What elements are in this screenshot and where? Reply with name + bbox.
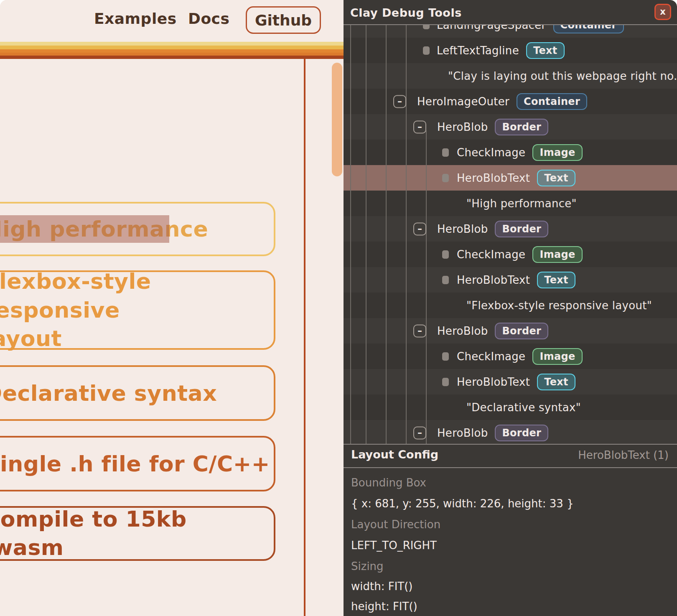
- element-type-badge: Border: [495, 221, 548, 237]
- element-type-badge: Text: [526, 42, 565, 59]
- feature-box-label: Flexbox-style responsive layout: [0, 267, 274, 353]
- config-value: height: FIT(): [351, 600, 417, 613]
- tree-indent-guide: [366, 25, 366, 444]
- close-button[interactable]: x: [654, 4, 671, 20]
- leaf-bullet-icon: [442, 174, 449, 182]
- page-column-divider: [304, 59, 305, 616]
- tree-node-name: HeroBlob: [437, 325, 488, 337]
- config-value: width: FIT(): [351, 580, 412, 593]
- tree-indent-guide: [406, 25, 407, 444]
- close-icon: x: [660, 8, 666, 16]
- tree-row-text-content[interactable]: "Declarative syntax": [344, 395, 677, 420]
- text-content-preview: "Declarative syntax": [466, 401, 581, 414]
- github-button[interactable]: Github: [246, 6, 321, 34]
- tree-node-name: CheckImage: [457, 248, 525, 261]
- leaf-bullet-icon: [423, 46, 430, 55]
- feature-box: Flexbox-style responsive layout: [0, 270, 275, 350]
- element-tree: LandingPageSpacerContainerLeftTextTaglin…: [344, 25, 677, 444]
- collapse-icon[interactable]: –: [413, 222, 426, 235]
- element-type-badge: Text: [537, 272, 575, 288]
- text-content-preview: "High performance": [466, 197, 577, 210]
- element-type-badge: Container: [517, 93, 587, 110]
- tree-node-name: HeroBlobText: [457, 376, 530, 388]
- leaf-bullet-icon: [442, 250, 449, 259]
- feature-box: Declarative syntax: [0, 365, 275, 421]
- feature-box-label: Compile to 15kb .wasm: [0, 505, 274, 562]
- feature-box: High performance: [0, 202, 275, 256]
- tree-row-HeroImageOuter[interactable]: –HeroImageOuterContainer: [344, 89, 677, 114]
- debug-panel-header: Clay Debug Tools x: [344, 0, 677, 25]
- footer-separator-bottom: [344, 467, 677, 468]
- text-content-preview: "Clay is laying out this webpage right n…: [448, 70, 677, 82]
- footer-separator-top: [344, 444, 677, 445]
- collapse-icon[interactable]: –: [413, 324, 426, 337]
- top-navigation: Examples Docs Github: [0, 0, 344, 41]
- nav-link-docs[interactable]: Docs: [188, 10, 229, 27]
- tree-row-text-content[interactable]: "Flexbox-style responsive layout": [344, 293, 677, 318]
- config-value: { x: 681, y: 255, width: 226, height: 33…: [351, 497, 574, 510]
- element-type-badge: Text: [537, 170, 575, 186]
- selected-element-label: HeroBlobText (1): [578, 449, 669, 461]
- config-label: Layout Direction: [351, 518, 440, 531]
- tree-row-HeroBlob[interactable]: –HeroBlobBorder: [344, 420, 677, 444]
- leaf-bullet-icon: [442, 378, 449, 386]
- tree-node-name: LeftTextTagline: [437, 44, 519, 57]
- leaf-bullet-icon: [442, 276, 449, 284]
- tree-indent-guide: [386, 25, 387, 444]
- tree-row-CheckImage[interactable]: CheckImageImage: [344, 242, 677, 267]
- debug-panel-title: Clay Debug Tools: [350, 6, 462, 19]
- tree-row-CheckImage[interactable]: CheckImageImage: [344, 344, 677, 369]
- tree-row-HeroBlob[interactable]: –HeroBlobBorder: [344, 114, 677, 140]
- tree-node-name: HeroBlobText: [457, 274, 530, 286]
- page-scrollbar-thumb[interactable]: [332, 63, 342, 176]
- element-type-badge: Container: [553, 25, 624, 33]
- tree-row-HeroBlob[interactable]: –HeroBlobBorder: [344, 216, 677, 242]
- config-value: LEFT_TO_RIGHT: [351, 539, 437, 552]
- collapse-icon[interactable]: –: [393, 95, 406, 108]
- clay-debug-panel: Clay Debug Tools x LandingPageSpacerCont…: [344, 0, 677, 616]
- tree-node-name: LandingPageSpacer: [437, 25, 546, 31]
- layout-config-title: Layout Config: [351, 448, 438, 461]
- tree-node-name: CheckImage: [457, 146, 525, 159]
- tree-row-HeroBlobText[interactable]: HeroBlobTextText: [344, 165, 677, 191]
- tree-row-HeroBlobText[interactable]: HeroBlobTextText: [344, 267, 677, 293]
- tree-row-text-content[interactable]: "Clay is laying out this webpage right n…: [344, 63, 677, 89]
- leaf-bullet-icon: [423, 25, 430, 29]
- element-type-badge: Border: [495, 425, 548, 441]
- tree-node-name: HeroBlobText: [457, 172, 530, 184]
- tree-node-name: HeroBlob: [437, 427, 488, 439]
- collapse-icon[interactable]: –: [413, 120, 426, 133]
- tree-row-HeroBlobText[interactable]: HeroBlobTextText: [344, 369, 677, 395]
- collapse-icon[interactable]: –: [413, 426, 426, 439]
- tree-row-HeroBlob[interactable]: –HeroBlobBorder: [344, 318, 677, 344]
- config-label: Bounding Box: [351, 476, 426, 489]
- nav-link-examples[interactable]: Examples: [94, 10, 177, 27]
- tree-indent-guide: [426, 130, 427, 444]
- tree-indent-guide: [350, 25, 351, 444]
- feature-box: Compile to 15kb .wasm: [0, 506, 275, 561]
- tree-row-CheckImage[interactable]: CheckImageImage: [344, 140, 677, 165]
- github-button-label: Github: [255, 12, 312, 29]
- element-type-badge: Border: [495, 323, 548, 339]
- tree-row-text-content[interactable]: "High performance": [344, 191, 677, 216]
- leaf-bullet-icon: [442, 148, 449, 157]
- tree-row-LeftTextTagline[interactable]: LeftTextTaglineText: [344, 38, 677, 63]
- leaf-bullet-icon: [442, 352, 449, 361]
- element-type-badge: Image: [532, 144, 582, 161]
- element-type-badge: Text: [537, 374, 575, 390]
- text-content-preview: "Flexbox-style responsive layout": [466, 299, 652, 312]
- tree-node-name: CheckImage: [457, 350, 525, 363]
- element-type-badge: Image: [532, 348, 582, 365]
- feature-box-label: Single .h file for C/C++: [0, 449, 270, 478]
- feature-box-label: Declarative syntax: [0, 379, 217, 407]
- layout-config-section: Layout Config HeroBlobText (1) Bounding …: [344, 444, 677, 616]
- config-label: Sizing: [351, 560, 384, 573]
- tree-node-name: HeroImageOuter: [417, 95, 509, 108]
- tree-node-name: HeroBlob: [437, 121, 488, 133]
- tree-row-LandingPageSpacer[interactable]: LandingPageSpacerContainer: [344, 25, 677, 38]
- tree-node-name: HeroBlob: [437, 223, 488, 235]
- debug-selection-highlight: [0, 215, 169, 243]
- screen: Examples Docs Github High performanceFle…: [0, 0, 677, 616]
- element-type-badge: Image: [532, 246, 582, 263]
- feature-box: Single .h file for C/C++: [0, 436, 275, 491]
